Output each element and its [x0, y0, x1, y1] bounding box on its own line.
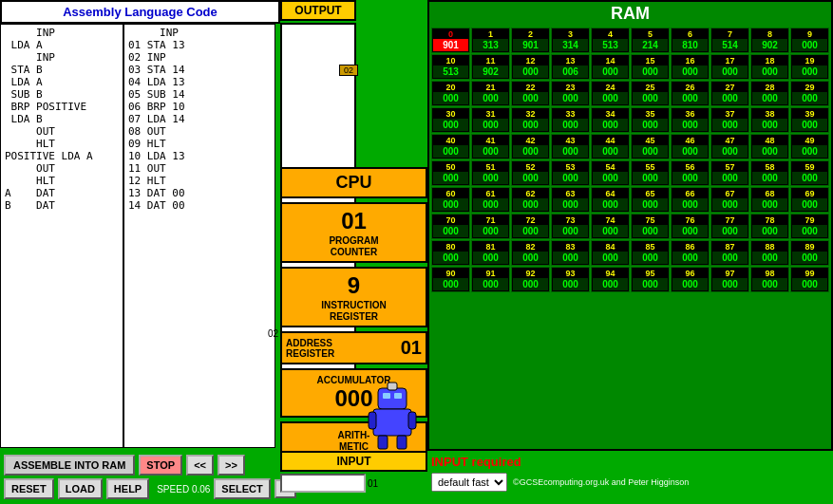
ram-cell-12[interactable]: 12000 [511, 54, 550, 80]
ram-cell-1[interactable]: 1313 [471, 28, 510, 53]
ram-cell-31[interactable]: 31000 [471, 107, 510, 133]
ram-cell-53[interactable]: 53000 [551, 160, 590, 186]
ram-cell-69[interactable]: 69000 [790, 187, 829, 213]
ram-cell-17[interactable]: 17000 [710, 54, 749, 80]
ram-cell-66[interactable]: 66000 [671, 187, 710, 213]
ram-cell-9[interactable]: 9000 [790, 28, 829, 53]
ram-cell-55[interactable]: 55000 [631, 160, 670, 186]
back-button[interactable]: << [186, 455, 214, 476]
ram-cell-80[interactable]: 80000 [431, 240, 470, 266]
ram-cell-35[interactable]: 35000 [631, 107, 670, 133]
ram-cell-50[interactable]: 50000 [431, 160, 470, 186]
ram-cell-73[interactable]: 73000 [551, 214, 590, 239]
select-button[interactable]: SELECT [214, 478, 270, 499]
ram-cell-79[interactable]: 79000 [790, 214, 829, 239]
ram-cell-90[interactable]: 90000 [431, 267, 470, 292]
ram-cell-19[interactable]: 19000 [790, 54, 829, 80]
forward-button[interactable]: >> [218, 455, 245, 476]
help-button[interactable]: HELP [106, 478, 149, 499]
ram-cell-88[interactable]: 88000 [750, 240, 789, 266]
ram-cell-11[interactable]: 11902 [471, 54, 510, 80]
ram-cell-46[interactable]: 46000 [671, 134, 710, 159]
ram-cell-7[interactable]: 7514 [710, 28, 749, 53]
ram-cell-5[interactable]: 5214 [631, 28, 670, 53]
ram-cell-68[interactable]: 68000 [750, 187, 789, 213]
ram-cell-65[interactable]: 65000 [631, 187, 670, 213]
ram-cell-93[interactable]: 93000 [551, 267, 590, 292]
ram-cell-83[interactable]: 83000 [551, 240, 590, 266]
ram-cell-28[interactable]: 28000 [750, 81, 789, 106]
ram-cell-86[interactable]: 86000 [671, 240, 710, 266]
ram-cell-26[interactable]: 26000 [671, 81, 710, 106]
ram-cell-44[interactable]: 44000 [591, 134, 630, 159]
load-button[interactable]: LOAD [58, 478, 103, 499]
ram-cell-16[interactable]: 16000 [671, 54, 710, 80]
ram-cell-84[interactable]: 84000 [591, 240, 630, 266]
ram-cell-92[interactable]: 92000 [511, 267, 550, 292]
ram-cell-91[interactable]: 91000 [471, 267, 510, 292]
ram-cell-33[interactable]: 33000 [551, 107, 590, 133]
ram-cell-54[interactable]: 54000 [591, 160, 630, 186]
ram-cell-75[interactable]: 75000 [631, 214, 670, 239]
assemble-button[interactable]: ASSEMBLE INTO RAM [4, 455, 135, 476]
ram-cell-21[interactable]: 21000 [471, 81, 510, 106]
ram-cell-25[interactable]: 25000 [631, 81, 670, 106]
ram-cell-97[interactable]: 97000 [710, 267, 749, 292]
ram-cell-95[interactable]: 95000 [631, 267, 670, 292]
ram-cell-99[interactable]: 99000 [790, 267, 829, 292]
ram-cell-41[interactable]: 41000 [471, 134, 510, 159]
input-field[interactable] [280, 474, 366, 493]
ram-cell-48[interactable]: 48000 [750, 134, 789, 159]
ram-cell-77[interactable]: 77000 [710, 214, 749, 239]
ram-cell-30[interactable]: 30000 [431, 107, 470, 133]
ram-cell-10[interactable]: 10513 [431, 54, 470, 80]
ram-cell-74[interactable]: 74000 [591, 214, 630, 239]
ram-cell-85[interactable]: 85000 [631, 240, 670, 266]
ram-cell-37[interactable]: 37000 [710, 107, 749, 133]
ram-cell-39[interactable]: 39000 [790, 107, 829, 133]
ram-cell-72[interactable]: 72000 [511, 214, 550, 239]
ram-cell-27[interactable]: 27000 [710, 81, 749, 106]
ram-cell-45[interactable]: 45000 [631, 134, 670, 159]
assembly-left-code[interactable]: INP LDA A INP STA B LDA A SUB B BRP POSI… [0, 24, 123, 448]
ram-cell-59[interactable]: 59000 [790, 160, 829, 186]
ram-cell-23[interactable]: 23000 [551, 81, 590, 106]
ram-cell-24[interactable]: 24000 [591, 81, 630, 106]
ram-cell-6[interactable]: 6810 [671, 28, 710, 53]
ram-cell-81[interactable]: 81000 [471, 240, 510, 266]
ram-cell-47[interactable]: 47000 [710, 134, 749, 159]
ram-cell-60[interactable]: 60000 [431, 187, 470, 213]
ram-cell-52[interactable]: 52000 [511, 160, 550, 186]
ram-cell-29[interactable]: 29000 [790, 81, 829, 106]
ram-cell-62[interactable]: 62000 [511, 187, 550, 213]
ram-cell-71[interactable]: 71000 [471, 214, 510, 239]
ram-cell-0[interactable]: 0901 [431, 28, 470, 53]
ram-cell-20[interactable]: 20000 [431, 81, 470, 106]
ram-cell-58[interactable]: 58000 [750, 160, 789, 186]
ram-cell-22[interactable]: 22000 [511, 81, 550, 106]
ram-cell-98[interactable]: 98000 [750, 267, 789, 292]
ram-cell-14[interactable]: 14000 [591, 54, 630, 80]
ram-cell-34[interactable]: 34000 [591, 107, 630, 133]
ram-cell-42[interactable]: 42000 [511, 134, 550, 159]
ram-cell-8[interactable]: 8902 [750, 28, 789, 53]
ram-cell-3[interactable]: 3314 [551, 28, 590, 53]
ram-cell-4[interactable]: 4513 [591, 28, 630, 53]
ram-cell-63[interactable]: 63000 [551, 187, 590, 213]
ram-cell-82[interactable]: 82000 [511, 240, 550, 266]
ram-cell-38[interactable]: 38000 [750, 107, 789, 133]
ram-cell-57[interactable]: 57000 [710, 160, 749, 186]
ram-cell-36[interactable]: 36000 [671, 107, 710, 133]
ram-cell-64[interactable]: 64000 [591, 187, 630, 213]
ram-cell-76[interactable]: 76000 [671, 214, 710, 239]
ram-cell-70[interactable]: 70000 [431, 214, 470, 239]
ram-cell-18[interactable]: 18000 [750, 54, 789, 80]
ram-cell-56[interactable]: 56000 [671, 160, 710, 186]
ram-cell-61[interactable]: 61000 [471, 187, 510, 213]
ram-cell-2[interactable]: 2901 [511, 28, 550, 53]
ram-cell-96[interactable]: 96000 [671, 267, 710, 292]
ram-cell-87[interactable]: 87000 [710, 240, 749, 266]
reset-button[interactable]: RESET [4, 478, 54, 499]
ram-cell-32[interactable]: 32000 [511, 107, 550, 133]
ram-cell-43[interactable]: 43000 [551, 134, 590, 159]
